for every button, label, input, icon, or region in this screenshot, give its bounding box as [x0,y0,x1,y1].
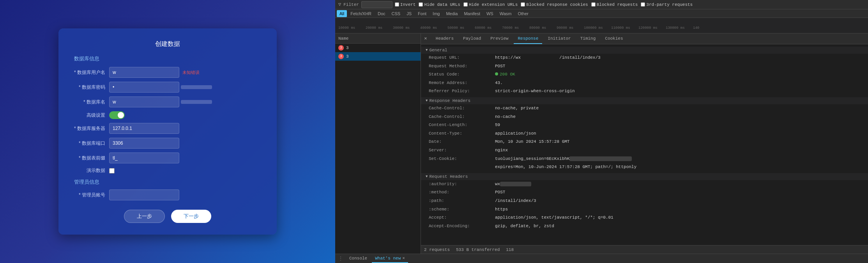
prop-status-code: Status Code: 200 OK [421,70,868,79]
type-btn-img[interactable]: Img [430,10,442,17]
tab-preview[interactable]: Preview [486,34,512,44]
tick-100000: 100000 ms [584,26,603,30]
prop-name-remote: Remote Address: [429,80,495,87]
db-user-input[interactable] [109,67,179,78]
db-prefix-row: * 数据表前缀 [74,153,261,163]
prop-name-method: Request Method: [429,63,495,70]
tab-timing[interactable]: Timing [576,34,600,44]
prop-cache-control-2: Cache-Control: no-cache [421,113,868,121]
blocked-req-checkbox[interactable] [591,2,596,7]
db-user-error: 未知错误 [182,70,200,75]
tab-console[interactable]: Console [346,254,370,263]
pv-path: /install/index/3 [495,198,863,205]
request-row-1[interactable]: 3 3 [335,44,421,52]
pn-content-type: Content-Type: [429,130,495,137]
filter-funnel-icon: ▽ [338,2,341,7]
requests-header: Name [335,33,421,44]
tab-whats-new[interactable]: What's new × [372,254,408,263]
tick-60000: 60000 ms [475,26,491,30]
admin-user-input[interactable] [109,189,179,200]
prop-value-referrer: strict-origin-when-cross-origin [495,88,863,95]
db-user-row: * 数据库用户名 未知错误 [74,67,261,78]
db-prefix-input[interactable] [109,153,179,163]
type-btn-wasm[interactable]: Wasm [497,10,514,17]
pv-scheme: https [495,206,863,213]
response-headers-title: Response Headers [421,97,868,104]
tab-payload[interactable]: Payload [459,34,485,44]
type-btn-fetchxhr[interactable]: Fetch/XHR [348,10,374,17]
demo-checkbox[interactable] [109,168,115,174]
status-dot [495,72,498,75]
prop-referrer: Referrer Policy: strict-origin-when-cros… [421,87,868,96]
devtools-panel: ▽ Filter Invert Hide data URLs Hide exte… [335,0,868,263]
tab-cookies[interactable]: Cookies [601,34,627,44]
db-name-input[interactable] [109,96,179,107]
pn-server: Server: [429,147,495,154]
tab-headers[interactable]: Headers [432,34,458,44]
type-btn-doc[interactable]: Doc [375,10,388,17]
prop-set-cookie: Set-Cookie: tuoluojiang_session=6EcKxibh… [421,155,868,163]
prev-button[interactable]: 上一步 [124,210,165,223]
db-port-input[interactable] [109,138,179,149]
admin-section-title: 管理员信息 [74,179,261,186]
close-tab-button[interactable]: × [424,36,427,42]
requests-panel: Name 3 3 3 3 [335,33,421,254]
tab-initiator[interactable]: Initiator [544,34,575,44]
filter-input[interactable] [361,1,392,8]
pn-cache-ctrl-2: Cache-Control: [429,114,495,121]
invert-checkbox[interactable] [395,2,399,7]
btn-row: 上一步 下一步 [74,210,261,223]
tab-response[interactable]: Response [514,34,542,44]
general-section: General Request URL: https://wx /install… [421,46,868,96]
prop-path: :path: /install/index/3 [421,197,868,205]
tick-10000: 10000 ms [338,26,355,30]
tick-130000: 130000 ms [666,26,685,30]
tick-90000: 90000 ms [557,26,573,30]
devtools-dots-icon: ⋮ [338,256,343,261]
advanced-toggle[interactable] [109,111,125,119]
type-btn-ws[interactable]: WS [484,10,496,17]
prop-cache-control-1: Cache-Control: no-cache, private [421,104,868,113]
db-host-input[interactable] [109,123,179,134]
pv-accept: application/json, text/javascript, */*; … [495,214,863,221]
response-headers-section: Response Headers Cache-Control: no-cache… [421,96,868,172]
prop-value-method: POST [495,63,863,70]
tick-140: 140 [693,26,699,30]
third-party-checkbox[interactable] [641,2,645,7]
third-party-item: 3rd-party requests [641,2,693,7]
pv-date: Mon, 10 Jun 2024 15:57:28 GMT [495,139,863,146]
form-card: 创建数据 数据库信息 * 数据库用户名 未知错误 * 数据库密码 * 数据库名 … [58,28,277,235]
db-pass-input[interactable] [109,82,179,93]
prop-date: Date: Mon, 10 Jun 2024 15:57:28 GMT [421,138,868,146]
type-btn-manifest[interactable]: Manifest [461,10,483,17]
type-filter-bar: All Fetch/XHR Doc CSS JS Font Img Media … [335,9,868,18]
close-whats-new-icon[interactable]: × [402,256,405,261]
db-user-label: * 数据库用户名 [74,69,109,76]
pv-accept-enc: gzip, deflate, br, zstd [495,223,863,230]
prop-name-url: Request URL: [429,54,495,61]
type-btn-css[interactable]: CSS [389,10,403,17]
type-btn-all[interactable]: All [337,10,347,17]
next-button[interactable]: 下一步 [171,210,211,223]
type-btn-js[interactable]: JS [404,10,414,17]
hide-ext-urls-checkbox[interactable] [463,2,468,7]
name-column-header: Name [338,36,348,41]
request-row-2[interactable]: 3 3 [335,52,421,61]
hide-data-urls-checkbox[interactable] [419,2,423,7]
prop-value-remote: 43. [495,80,863,87]
pv-content-type: application/json [495,130,863,137]
prop-server: Server: nginx [421,146,868,155]
tick-20000: 20000 ms [366,26,382,30]
pv-set-cookie: tuoluojiang_session=6EcKxibhK [495,156,863,163]
pn-authority: :authority: [429,181,495,188]
type-btn-other[interactable]: Other [515,10,531,17]
db-name-label: * 数据库名 [74,99,109,105]
type-btn-media[interactable]: Media [443,10,460,17]
hide-data-urls-label: Hide data URLs [424,2,460,7]
type-btn-font[interactable]: Font [415,10,429,17]
pn-set-cookie-extra [429,164,495,171]
status-footer: 2 requests 533 B transferred 118 [421,245,868,254]
blocked-resp-cookies-checkbox[interactable] [521,2,525,7]
prop-request-url: Request URL: https://wx /install/index/3 [421,54,868,62]
pn-date: Date: [429,139,495,146]
